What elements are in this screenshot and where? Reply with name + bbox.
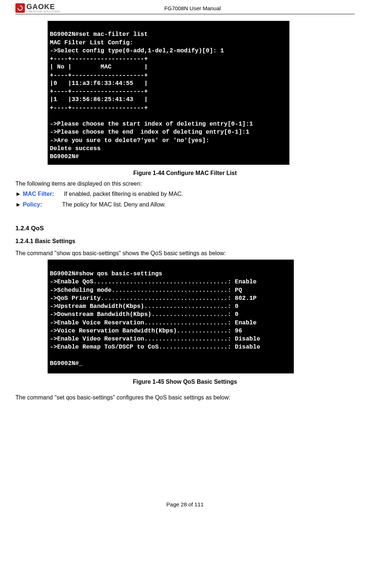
terminal-line: ->Voice Reservation Bandwidth(Kbps).....… xyxy=(50,327,242,334)
figure-caption-1: Figure 1-44 Configure MAC Filter List xyxy=(15,170,355,176)
page-footer: Page 28 of 111 xyxy=(15,501,355,507)
terminal-line: |0 |11:a3:f6:33:44:55 | xyxy=(50,80,148,87)
terminal-mac-filter: BG9002N#set mac-filter list MAC Filter L… xyxy=(48,21,289,165)
terminal-line: ->Upstream Bandwidth(Kbps)..............… xyxy=(50,303,238,310)
terminal-line: ->Please choose the end index of deletin… xyxy=(50,129,249,135)
intro-text-2: The command "show qos basic-settings" sh… xyxy=(15,249,355,258)
terminal-line: BG9002N# xyxy=(50,153,79,160)
terminal-line: ->Enable Voice Reservation..............… xyxy=(50,319,256,326)
terminal-line: ->QoS Priority..........................… xyxy=(50,295,256,302)
terminal-line: +----+--------------------+ xyxy=(50,72,148,79)
terminal-line: BG9002N#_ xyxy=(50,360,82,367)
terminal-line: ->Scheduling mode.......................… xyxy=(50,287,242,294)
terminal-line: BG9002N#show qos basic-settings xyxy=(50,270,162,277)
terminal-line: +----+--------------------+ xyxy=(50,55,148,62)
bullet-mac-filter: ► MAC Filter: If enabled, packet filteri… xyxy=(15,190,355,199)
terminal-line: ->Please choose the start index of delet… xyxy=(50,120,253,127)
logo: GAOKE CREATIVE SOLUTION xyxy=(15,3,60,13)
terminal-line: Delete success xyxy=(50,145,101,152)
subsection-heading-basic: 1.2.4.1 Basic Settings xyxy=(15,238,355,245)
bullet-arrow-icon: ► xyxy=(15,201,21,208)
terminal-line: ->Enable Video Reservation..............… xyxy=(50,335,260,342)
terminal-line: ->Select config type(0-add,1-del,2-modif… xyxy=(50,47,224,54)
terminal-line: MAC Filter List Config: xyxy=(50,39,133,46)
terminal-line: ->Are you sure to delete?'yes' or 'no'[y… xyxy=(50,137,210,144)
terminal-line: ->Enable QoS............................… xyxy=(50,278,256,285)
logo-text-sub: CREATIVE SOLUTION xyxy=(26,10,60,13)
bullet-label: MAC Filter: xyxy=(23,191,54,197)
terminal-line: ->Enable Remap ToS/DSCP to CoS..........… xyxy=(50,343,260,350)
page-header: GAOKE CREATIVE SOLUTION FG7008N User Man… xyxy=(15,3,355,14)
logo-icon xyxy=(15,3,25,13)
intro-text-1: The following items are displayed on thi… xyxy=(15,179,355,189)
bullet-policy: ► Policy: The policy for MAC list. Deny … xyxy=(15,200,355,209)
figure-caption-2: Figure 1-45 Show QoS Basic Settings xyxy=(15,379,355,385)
terminal-line: +----+--------------------+ xyxy=(50,104,148,111)
terminal-qos-show: BG9002N#show qos basic-settings ->Enable… xyxy=(48,260,294,373)
bullet-label: Policy: xyxy=(23,201,42,208)
terminal-line: ->Downstream Bandwidth(Kbps)............… xyxy=(50,311,238,318)
section-heading-qos: 1.2.4 QoS xyxy=(15,225,355,232)
doc-title: FG7008N User Manual xyxy=(60,5,355,11)
intro-text-3: The command "set qos basic-settings" con… xyxy=(15,393,355,402)
terminal-line: | No | MAC | xyxy=(50,63,148,70)
terminal-line: |1 |33:56:86:25:41:43 | xyxy=(50,96,148,103)
terminal-line: +----+--------------------+ xyxy=(50,88,148,95)
logo-text-main: GAOKE xyxy=(26,3,60,10)
bullet-desc: The policy for MAC list. Deny and Allow. xyxy=(62,201,166,208)
bullet-arrow-icon: ► xyxy=(15,191,21,197)
terminal-line: BG9002N#set mac-filter list xyxy=(50,31,148,38)
bullet-desc: If enabled, packet filtering is enabled … xyxy=(64,191,184,197)
